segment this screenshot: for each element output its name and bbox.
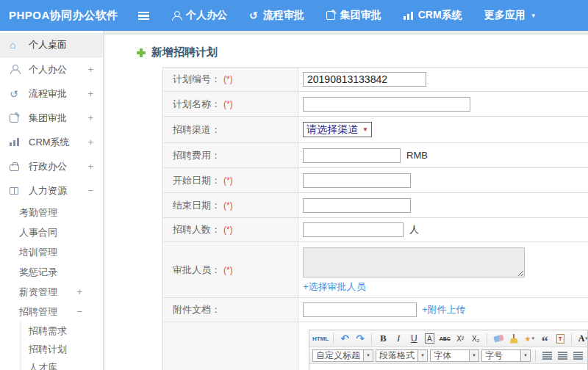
strikethrough-button[interactable]: ABC xyxy=(438,332,451,345)
form-row-fee: 招聘费用： RMB xyxy=(163,143,588,168)
custom-title-select[interactable]: 自定义标题 ▾ xyxy=(312,349,373,362)
blockquote-button[interactable]: “ xyxy=(538,332,551,345)
bar-chart-icon xyxy=(404,12,413,20)
sidebar-item-admin-office[interactable]: 行政办公 + xyxy=(0,154,103,178)
fee-input[interactable] xyxy=(303,148,401,163)
bold-button[interactable]: B xyxy=(376,332,390,345)
plan-code-input[interactable] xyxy=(303,72,426,87)
sidebar-item-reward-punishment[interactable]: 奖惩记录 xyxy=(0,262,103,282)
sidebar: ⌂ 个人桌面 个人办公 + ↺ 流程审批 + ✎ 集团审批 + CRM系统 xyxy=(0,31,104,370)
undo-button[interactable]: ↶ xyxy=(338,332,351,345)
channel-select[interactable]: 请选择渠道 ▼ xyxy=(303,122,372,137)
sidebar-item-workflow-approval[interactable]: ↺ 流程审批 + xyxy=(0,81,103,106)
sidebar-item-desktop[interactable]: ⌂ 个人桌面 xyxy=(0,33,103,57)
sidebar-item-personal-office[interactable]: 个人办公 + xyxy=(0,57,103,81)
superscript-button[interactable]: X² xyxy=(453,332,467,345)
edit-icon: ✎ xyxy=(10,114,18,123)
recruit-plan-form: 计划编号：(*) 计划名称：(*) 招聘渠道： 请选择渠道 ▼ xyxy=(162,67,588,370)
sidebar-item-talent-pool[interactable]: 人才库 xyxy=(21,358,103,370)
headcount-input[interactable] xyxy=(303,222,404,237)
form-row-approvers: 审批人员：(*) +选择审批人员 xyxy=(163,242,588,298)
eraser-icon xyxy=(493,334,504,342)
align-right-icon xyxy=(573,352,583,360)
flow-icon: ↺ xyxy=(249,10,258,21)
align-justify-button[interactable] xyxy=(587,349,587,362)
clear-format-button[interactable] xyxy=(492,332,505,345)
paragraph-format-select[interactable]: 段落格式 ▾ xyxy=(376,349,428,362)
sidebar-item-training[interactable]: 培训管理 xyxy=(0,242,103,262)
hamburger-menu-icon[interactable] xyxy=(138,12,149,20)
magic-icon: ★ xyxy=(524,335,531,343)
select-arrow-icon: ▼ xyxy=(362,126,368,133)
editor-content-area[interactable] xyxy=(309,364,587,370)
chevron-down-icon: ▼ xyxy=(531,12,537,19)
sidebar-item-attendance[interactable]: 考勤管理 xyxy=(0,203,103,222)
topnav-group-approval[interactable]: ✎ 集团审批 xyxy=(326,9,381,22)
topnav-more-apps[interactable]: 更多应用 ▼ xyxy=(484,9,537,22)
brand-logo: PHPOA协同办公软件 xyxy=(0,9,138,23)
plus-icon xyxy=(137,48,146,57)
person-icon xyxy=(171,11,181,21)
auto-typeset-button[interactable]: ★▾ xyxy=(523,332,536,345)
person-icon xyxy=(10,65,19,74)
form-row-plan-code: 计划编号：(*) xyxy=(163,68,588,92)
topnav-personal-office[interactable]: 个人办公 xyxy=(171,9,227,22)
flow-icon: ↺ xyxy=(10,89,18,99)
align-left-icon xyxy=(542,352,552,360)
topnav-crm-system[interactable]: CRM系统 xyxy=(404,9,462,22)
topnav-workflow-approval[interactable]: ↺ 流程审批 xyxy=(249,9,304,22)
char-border-button[interactable]: A xyxy=(425,333,434,344)
sidebar-item-crm[interactable]: CRM系统 + xyxy=(0,130,103,154)
rich-text-editor: HTML ↶ ↷ B I U A ABC X² xyxy=(309,330,588,370)
sidebar-item-human-resources[interactable]: 人力资源 − xyxy=(0,178,103,203)
sidebar-item-salary[interactable]: 薪资管理 + xyxy=(0,282,103,302)
sidebar-item-hr-contract[interactable]: 人事合同 xyxy=(0,222,103,242)
sidebar-item-recruitment[interactable]: 招聘管理 − xyxy=(0,302,103,322)
select-approvers-link[interactable]: +选择审批人员 xyxy=(303,280,366,294)
align-center-icon xyxy=(558,352,567,360)
home-icon: ⌂ xyxy=(10,40,15,50)
font-family-select[interactable]: 字体 ▾ xyxy=(430,349,479,362)
main-content: 新增招聘计划 计划编号：(*) 计划名称：(*) 招聘渠道： 请选择渠道 xyxy=(104,31,588,370)
page-title: 新增招聘计划 xyxy=(151,46,218,59)
end-date-input[interactable] xyxy=(303,198,411,213)
form-row-end-date: 结束日期：(*) xyxy=(163,193,588,218)
subscript-button[interactable]: X₂ xyxy=(469,332,482,345)
attachment-upload-link[interactable]: +附件上传 xyxy=(422,303,466,316)
redo-button[interactable]: ↷ xyxy=(354,332,367,345)
form-row-channel: 招聘渠道： 请选择渠道 ▼ xyxy=(163,117,588,143)
italic-button[interactable]: I xyxy=(392,332,405,345)
brush-icon xyxy=(510,334,518,344)
bar-chart-icon xyxy=(10,138,19,146)
approvers-textarea[interactable] xyxy=(303,247,525,278)
topbar: PHPOA协同办公软件 个人办公 ↺ 流程审批 ✎ 集团审批 CRM系统 更多应… xyxy=(0,0,588,31)
font-size-select[interactable]: 字号 ▾ xyxy=(481,349,531,362)
editor-toolbar-row2: 自定义标题 ▾ 段落格式 ▾ 字体 ▾ xyxy=(309,347,587,364)
sidebar-item-group-approval[interactable]: ✎ 集团审批 + xyxy=(0,106,103,130)
briefcase-icon xyxy=(10,164,19,171)
font-color-button[interactable]: A▾ xyxy=(576,332,587,345)
attachment-input[interactable] xyxy=(303,302,417,317)
clipboard-icon: T xyxy=(556,334,564,344)
form-row-start-date: 开始日期：(*) xyxy=(163,168,588,193)
app-window: PHPOA协同办公软件 个人办公 ↺ 流程审批 ✎ 集团审批 CRM系统 更多应… xyxy=(0,0,588,370)
align-left-button[interactable] xyxy=(540,349,553,362)
edit-icon: ✎ xyxy=(326,11,335,20)
book-icon xyxy=(10,187,18,195)
format-painter-button[interactable] xyxy=(507,332,520,345)
form-row-headcount: 招聘人数：(*) 人 xyxy=(163,218,588,242)
form-row-plan-name: 计划名称：(*) xyxy=(163,92,588,117)
plan-name-input[interactable] xyxy=(303,97,470,112)
paste-as-text-button[interactable]: T xyxy=(553,332,567,345)
align-right-button[interactable] xyxy=(571,349,584,362)
underline-button[interactable]: U xyxy=(407,332,420,345)
sidebar-item-recruit-demand[interactable]: 招聘需求 xyxy=(21,322,103,340)
editor-toolbar-row1: HTML ↶ ↷ B I U A ABC X² xyxy=(309,330,587,347)
align-center-button[interactable] xyxy=(556,349,569,362)
form-row-attachment: 附件文档： +附件上传 xyxy=(163,298,588,322)
sidebar-item-recruit-plan[interactable]: 招聘计划 xyxy=(21,340,103,358)
source-code-button[interactable]: HTML xyxy=(312,332,329,345)
start-date-input[interactable] xyxy=(303,173,411,188)
form-row-editor: HTML ↶ ↷ B I U A ABC X² xyxy=(163,322,588,370)
